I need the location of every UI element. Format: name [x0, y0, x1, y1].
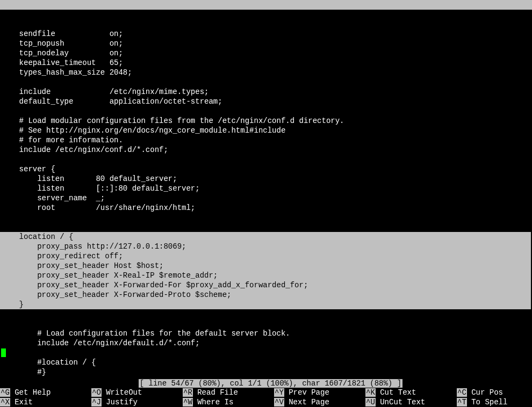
shortcut-label: Next Page — [284, 398, 329, 406]
titlebar: GNU nano 2.3.1 File: /etc/nginx/nginx.co… — [0, 0, 532, 10]
shortcut-label: Cur Pos — [467, 388, 503, 397]
shortcut-bar: ^G Get Help^O WriteOut^R Read File^Y Pre… — [0, 388, 532, 407]
shortcut-row: ^G Get Help^O WriteOut^R Read File^Y Pre… — [0, 388, 532, 397]
shortcut-item[interactable]: ^V Next Page — [274, 397, 365, 407]
shortcut-key: ^G — [0, 388, 10, 397]
editor-line: # for more information. — [1, 136, 123, 144]
editor-line: # See http://nginx.org/en/docs/ngx_core_… — [1, 126, 285, 135]
status-bar-text: [ line 54/67 (80%), col 1/1 (100%), char… — [139, 379, 402, 388]
status-bar: [ line 54/67 (80%), col 1/1 (100%), char… — [0, 370, 532, 388]
shortcut-item[interactable]: ^J Justify — [91, 397, 183, 407]
shortcut-key: ^J — [91, 398, 102, 406]
shortcut-label: Where Is — [193, 398, 234, 406]
editor-line-selected: proxy_pass http://127.0.0.1:8069; — [0, 242, 531, 251]
shortcut-item[interactable]: ^K Cut Text — [365, 388, 457, 397]
app-name-version: GNU nano 2.3.1 — [11, 10, 83, 19]
editor-line-selected: proxy_set_header Host $host; — [0, 261, 531, 271]
shortcut-label: Prev Page — [284, 388, 329, 397]
editor-line: include /etc/nginx/default.d/*.conf; — [1, 339, 200, 347]
shortcut-key: ^O — [91, 388, 102, 397]
shortcut-key: ^U — [365, 398, 376, 406]
shortcut-label: Justify — [102, 398, 138, 406]
shortcut-item[interactable]: ^U UnCut Text — [365, 397, 457, 407]
shortcut-item[interactable]: ^G Get Help — [0, 388, 91, 397]
shortcut-label: WriteOut — [102, 388, 142, 397]
shortcut-key: ^K — [365, 388, 376, 397]
shortcut-label: Exit — [10, 398, 33, 406]
file-path: File: /etc/nginx/nginx.conf — [205, 19, 327, 29]
editor-line: tcp_nodelay on; — [1, 49, 123, 57]
shortcut-item[interactable]: ^T To Spell — [457, 397, 532, 407]
shortcut-item[interactable]: ^C Cur Pos — [457, 388, 532, 397]
shortcut-label: Cut Text — [376, 388, 416, 397]
editor-line — [1, 348, 6, 357]
editor-line-selected: proxy_redirect off; — [0, 251, 531, 261]
shortcut-label: Get Help — [10, 388, 51, 397]
editor-line: # Load configuration files for the defau… — [1, 329, 290, 338]
shortcut-item[interactable]: ^X Exit — [0, 397, 91, 407]
editor-line: root /usr/share/nginx/html; — [1, 204, 195, 212]
editor-area[interactable]: sendfile on; tcp_nopush on; tcp_nodelay … — [0, 10, 532, 377]
editor-line-selected: } — [0, 300, 531, 309]
shortcut-key: ^T — [457, 398, 467, 406]
shortcut-label: To Spell — [467, 398, 508, 406]
shortcut-key: ^V — [274, 398, 284, 406]
editor-line: # Load modular configuration files from … — [1, 117, 344, 125]
editor-line-selected: location / { — [0, 232, 531, 242]
editor-line: include /etc/nginx/conf.d/*.conf; — [1, 146, 168, 154]
editor-line: server_name _; — [1, 194, 105, 202]
editor-line: types_hash_max_size 2048; — [1, 68, 132, 77]
shortcut-key: ^R — [183, 388, 193, 397]
editor-line: sendfile on; — [1, 30, 123, 38]
shortcut-key: ^W — [183, 398, 193, 406]
shortcut-row: ^X Exit^J Justify^W Where Is^V Next Page… — [0, 397, 532, 407]
shortcut-item[interactable]: ^W Where Is — [183, 397, 274, 407]
editor-line: listen [::]:80 default_server; — [1, 184, 200, 193]
editor-line: default_type application/octet-stream; — [1, 97, 222, 106]
editor-line: server { — [1, 165, 55, 173]
editor-line: listen 80 default_server; — [1, 175, 177, 183]
shortcut-item[interactable]: ^Y Prev Page — [274, 388, 365, 397]
editor-line-selected: proxy_set_header X-Real-IP $remote_addr; — [0, 271, 531, 280]
shortcut-key: ^Y — [274, 388, 284, 397]
editor-line: #location / { — [1, 358, 96, 367]
shortcut-label: UnCut Text — [376, 398, 425, 406]
editor-line-selected: proxy_set_header X-Forwarded-For $proxy_… — [0, 280, 531, 290]
editor-line-selected: proxy_set_header X-Forwarded-Proto $sche… — [0, 290, 531, 300]
shortcut-label: Read File — [193, 388, 238, 397]
editor-line: include /etc/nginx/mime.types; — [1, 88, 209, 96]
shortcut-key: ^C — [457, 388, 467, 397]
shortcut-key: ^X — [0, 398, 10, 406]
editor-line: keepalive_timeout 65; — [1, 59, 123, 67]
shortcut-item[interactable]: ^R Read File — [183, 388, 274, 397]
editor-line: tcp_nopush on; — [1, 39, 123, 48]
shortcut-item[interactable]: ^O WriteOut — [91, 388, 183, 397]
cursor — [1, 348, 6, 357]
